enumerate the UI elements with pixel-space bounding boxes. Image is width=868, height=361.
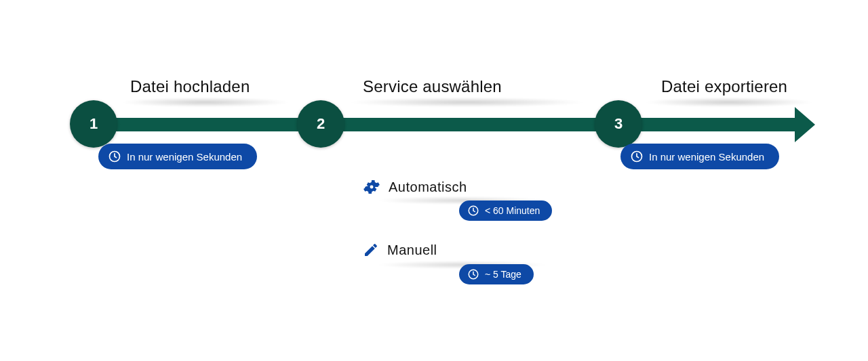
step-badge-3: In nur wenigen Sekunden	[620, 144, 779, 169]
gear-icon	[363, 178, 380, 196]
option-badge-automatic: < 60 Minuten	[459, 200, 552, 221]
clock-icon	[108, 150, 121, 163]
decoration-shadow	[121, 98, 290, 107]
step-badge-label: In nur wenigen Sekunden	[649, 151, 764, 163]
option-label: Automatisch	[389, 179, 467, 195]
step-number: 1	[90, 115, 98, 133]
option-time-label: < 60 Minuten	[485, 205, 540, 216]
step-number: 2	[317, 115, 325, 133]
timeline-arrowhead	[795, 107, 815, 142]
step-node-2: 2	[297, 100, 344, 148]
step-badge-1: In nur wenigen Sekunden	[98, 144, 257, 169]
clock-icon	[467, 205, 479, 217]
step-node-1: 1	[70, 100, 117, 148]
decoration-shadow	[349, 98, 586, 107]
option-time-label: ~ 5 Tage	[485, 269, 521, 280]
decoration-shadow	[644, 98, 814, 107]
option-automatic: Automatisch	[363, 178, 467, 196]
pencil-icon	[363, 242, 379, 258]
timeline-bar	[81, 118, 797, 131]
step-node-3: 3	[595, 100, 642, 148]
step-number: 3	[614, 115, 623, 133]
option-manual: Manuell	[363, 242, 437, 258]
step-badge-label: In nur wenigen Sekunden	[127, 151, 242, 163]
option-badge-manual: ~ 5 Tage	[459, 264, 534, 284]
step-title-2: Service auswählen	[363, 77, 502, 96]
step-title-3: Datei exportieren	[661, 77, 787, 96]
step-title-1: Datei hochladen	[130, 77, 250, 96]
process-diagram: Datei hochladen 1 In nur wenigen Sekunde…	[0, 0, 868, 361]
clock-icon	[467, 268, 479, 280]
option-label: Manuell	[387, 242, 437, 258]
clock-icon	[630, 150, 644, 163]
svg-point-2	[370, 186, 374, 189]
